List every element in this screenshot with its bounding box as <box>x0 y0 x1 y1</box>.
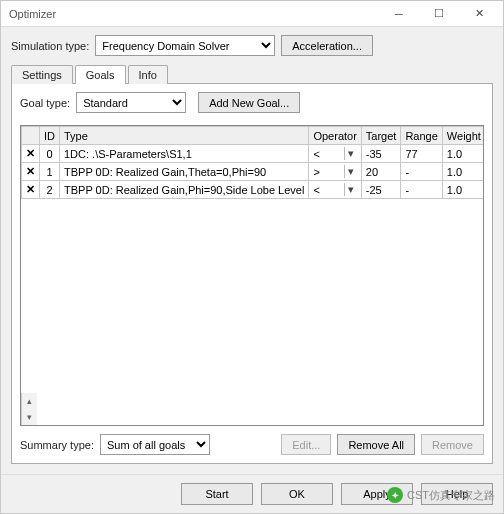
goals-table-container: ID Type Operator Target Range Weight ✕01… <box>20 125 484 426</box>
operator-value: > <box>313 166 319 178</box>
simulation-type-label: Simulation type: <box>11 40 89 52</box>
table-row[interactable]: ✕1TBPP 0D: Realized Gain,Theta=0,Phi=90>… <box>22 163 485 181</box>
row-type[interactable]: 1DC: .\S-Parameters\S1,1 <box>60 145 309 163</box>
titlebar: Optimizer ─ ☐ ✕ <box>1 1 503 27</box>
remove-button[interactable]: Remove <box>421 434 484 455</box>
row-id[interactable]: 2 <box>40 181 60 199</box>
col-type[interactable]: Type <box>60 127 309 145</box>
col-range[interactable]: Range <box>401 127 442 145</box>
start-button[interactable]: Start <box>181 483 253 505</box>
goal-type-select[interactable]: Standard <box>76 92 186 113</box>
table-header-row: ID Type Operator Target Range Weight <box>22 127 485 145</box>
remove-all-button[interactable]: Remove All <box>337 434 415 455</box>
goal-type-label: Goal type: <box>20 97 70 109</box>
col-operator[interactable]: Operator <box>309 127 361 145</box>
row-type[interactable]: TBPP 0D: Realized Gain,Phi=90,Side Lobe … <box>60 181 309 199</box>
row-id[interactable]: 1 <box>40 163 60 181</box>
optimizer-window: Optimizer ─ ☐ ✕ Simulation type: Frequen… <box>0 0 504 514</box>
apply-button[interactable]: Apply <box>341 483 413 505</box>
operator-value: < <box>313 148 319 160</box>
minimize-button[interactable]: ─ <box>379 1 419 26</box>
edit-button[interactable]: Edit... <box>281 434 331 455</box>
goals-table: ID Type Operator Target Range Weight ✕01… <box>21 126 484 199</box>
simulation-type-row: Simulation type: Frequency Domain Solver… <box>11 35 493 56</box>
col-target[interactable]: Target <box>361 127 401 145</box>
tab-bar: Settings Goals Info <box>11 64 493 83</box>
row-weight[interactable]: 1.0 <box>442 181 484 199</box>
row-operator[interactable]: <▾ <box>309 145 361 163</box>
row-target[interactable]: -25 <box>361 181 401 199</box>
ok-button[interactable]: OK <box>261 483 333 505</box>
help-button[interactable]: Help <box>421 483 493 505</box>
col-id[interactable]: ID <box>40 127 60 145</box>
row-checkbox[interactable]: ✕ <box>22 181 40 199</box>
chevron-down-icon[interactable]: ▾ <box>344 165 357 178</box>
tab-goals[interactable]: Goals <box>75 65 126 84</box>
row-range[interactable]: - <box>401 181 442 199</box>
acceleration-button[interactable]: Acceleration... <box>281 35 373 56</box>
summary-type-label: Summary type: <box>20 439 94 451</box>
tab-settings[interactable]: Settings <box>11 65 73 84</box>
tab-info[interactable]: Info <box>128 65 168 84</box>
table-scrollbar[interactable]: ▴ ▾ <box>21 393 37 425</box>
goals-table-main: ID Type Operator Target Range Weight ✕01… <box>21 126 483 393</box>
row-range[interactable]: - <box>401 163 442 181</box>
row-operator[interactable]: >▾ <box>309 163 361 181</box>
dialog-button-row: Start OK Apply Help <box>1 474 503 513</box>
row-weight[interactable]: 1.0 <box>442 145 484 163</box>
row-weight[interactable]: 1.0 <box>442 163 484 181</box>
row-checkbox[interactable]: ✕ <box>22 145 40 163</box>
row-target[interactable]: 20 <box>361 163 401 181</box>
add-new-goal-button[interactable]: Add New Goal... <box>198 92 300 113</box>
row-id[interactable]: 0 <box>40 145 60 163</box>
row-range[interactable]: 77 <box>401 145 442 163</box>
scroll-down-icon[interactable]: ▾ <box>22 409 37 425</box>
summary-row: Summary type: Sum of all goals Edit... R… <box>20 434 484 455</box>
scroll-up-icon[interactable]: ▴ <box>22 393 37 409</box>
window-title: Optimizer <box>9 8 379 20</box>
maximize-button[interactable]: ☐ <box>419 1 459 26</box>
chevron-down-icon[interactable]: ▾ <box>344 147 357 160</box>
row-type[interactable]: TBPP 0D: Realized Gain,Theta=0,Phi=90 <box>60 163 309 181</box>
col-weight[interactable]: Weight <box>442 127 484 145</box>
check-icon: ✕ <box>26 165 35 177</box>
row-target[interactable]: -35 <box>361 145 401 163</box>
check-icon: ✕ <box>26 183 35 195</box>
check-icon: ✕ <box>26 147 35 159</box>
chevron-down-icon[interactable]: ▾ <box>344 183 357 196</box>
goals-panel: Goal type: Standard Add New Goal... <box>11 83 493 464</box>
window-body: Simulation type: Frequency Domain Solver… <box>1 27 503 474</box>
simulation-type-select[interactable]: Frequency Domain Solver <box>95 35 275 56</box>
table-row[interactable]: ✕2TBPP 0D: Realized Gain,Phi=90,Side Lob… <box>22 181 485 199</box>
col-check[interactable] <box>22 127 40 145</box>
close-button[interactable]: ✕ <box>459 1 499 26</box>
operator-value: < <box>313 184 319 196</box>
summary-type-select[interactable]: Sum of all goals <box>100 434 210 455</box>
table-row[interactable]: ✕01DC: .\S-Parameters\S1,1<▾-35771.0 <box>22 145 485 163</box>
row-checkbox[interactable]: ✕ <box>22 163 40 181</box>
goal-type-row: Goal type: Standard Add New Goal... <box>20 92 484 113</box>
row-operator[interactable]: <▾ <box>309 181 361 199</box>
